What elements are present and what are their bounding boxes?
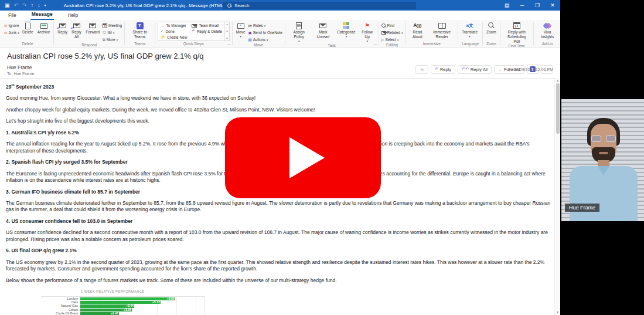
reply-delete-icon: ↶ xyxy=(192,29,195,33)
delete-button[interactable]: Delete xyxy=(21,21,35,35)
viva-insights-button[interactable]: Viva Insights xyxy=(536,21,558,40)
ribbon-group-move: Move▾ 🗁Rules▾ ▣Send to OneNote ▤Actions▾… xyxy=(233,20,284,47)
group-label-quick-steps: Quick Steps xyxy=(158,42,230,47)
group-label-editing: Editing xyxy=(381,43,403,48)
next-item-icon[interactable]: ↓ xyxy=(38,3,40,8)
immersive-reader-icon xyxy=(438,23,446,29)
junk-button[interactable]: ⊘Junk▾ xyxy=(4,29,19,36)
close-button[interactable]: ✕ xyxy=(545,0,560,11)
minimize-button[interactable]: ─ xyxy=(514,0,530,11)
ignore-button[interactable]: ⊘Ignore xyxy=(4,22,19,29)
quick-step-reply-delete[interactable]: ↶Reply & Delete xyxy=(192,29,222,33)
meeting-icon xyxy=(103,23,107,28)
video-play-button[interactable] xyxy=(225,117,381,198)
categorize-button[interactable]: Categorize▾ xyxy=(336,21,356,39)
chart-bar: +5.12 xyxy=(80,301,161,304)
send-to-onenote-button[interactable]: ▣Send to OneNote xyxy=(248,29,282,36)
restore-button[interactable]: ❐ xyxy=(530,0,545,11)
chart-bar: +6.05 xyxy=(80,297,175,300)
futures-performance-chart: 1 WEEK RELATIVE PERFORMANCE Lumber+6.05O… xyxy=(41,290,205,315)
meeting-button[interactable]: Meeting xyxy=(103,22,122,29)
categorize-icon xyxy=(343,22,349,29)
assign-policy-button[interactable]: Assign Policy▾ xyxy=(288,21,311,43)
quick-steps-scroll[interactable]: ▲▼▼ xyxy=(224,22,229,40)
redo-icon[interactable]: ↷ xyxy=(22,3,27,8)
scrollbar-thumb[interactable] xyxy=(556,83,560,134)
customize-toolbar-icon[interactable]: ▾ xyxy=(45,4,46,7)
recipient-name[interactable]: Hue Frame xyxy=(13,72,34,76)
message-date: Fri 29/09/2023 12:06 PM xyxy=(508,67,553,72)
reply-with-scheduling-poll-button[interactable]: Reply with Scheduling Poll xyxy=(503,21,531,44)
ribbon-display-options-icon[interactable]: ▤ xyxy=(499,0,514,11)
chart-rows: Lumber+6.05Oats+5.12Natural Gas+3.44Cott… xyxy=(41,297,205,315)
related-icon xyxy=(381,31,386,35)
reply-action-button[interactable]: ↶Reply xyxy=(431,65,455,74)
body-date-heading: 29th September 2023 xyxy=(6,83,552,90)
ribbon-divider xyxy=(379,22,379,45)
move-button[interactable]: Move▾ xyxy=(235,21,247,39)
actions-button[interactable]: ▤Actions▾ xyxy=(248,36,282,43)
done-check-icon: ✓ xyxy=(161,29,163,33)
quick-step-to-manager[interactable]: →To Manager xyxy=(161,23,187,28)
chart-bar: +3.44 xyxy=(80,304,134,307)
reply-arrow-icon: ↶ xyxy=(435,67,438,72)
archive-button[interactable]: Archive xyxy=(36,21,52,35)
team-email-icon xyxy=(192,24,197,28)
group-label-move: Move xyxy=(235,43,282,48)
body-paragraph: Good morning Hue, from sunny Gloucester.… xyxy=(6,95,552,101)
ribbon-divider xyxy=(232,22,233,45)
previous-item-icon[interactable]: ↑ xyxy=(31,3,34,8)
ribbon-group-find-time: Reply with Scheduling Poll Find Time xyxy=(501,20,533,47)
presenter-glasses xyxy=(591,136,616,143)
body-paragraph: Another choppy week for global equity ma… xyxy=(6,107,552,113)
vertical-scrollbar[interactable]: ▲ ▼ xyxy=(554,78,560,315)
ribbon-tabs: File Message Help xyxy=(0,11,560,20)
chart-bar: +3.28 xyxy=(80,309,132,311)
find-icon xyxy=(381,23,386,28)
dialog-launcher-icon[interactable]: ⌙ xyxy=(228,42,231,46)
ribbon-divider xyxy=(458,22,458,45)
follow-up-flag-icon: ⚑ xyxy=(364,23,370,29)
reply-button[interactable]: ↶Reply xyxy=(56,21,69,35)
rules-button[interactable]: 🗁Rules▾ xyxy=(248,22,282,29)
undo-icon[interactable]: ↶ xyxy=(14,3,19,8)
zoom-button[interactable]: Zoom xyxy=(485,21,498,35)
read-aloud-button[interactable]: A)))Read Aloud xyxy=(408,21,427,40)
reply-all-action-button[interactable]: ↶↶Reply All xyxy=(458,65,492,74)
dialog-launcher-icon[interactable]: ⌙ xyxy=(374,42,377,46)
tab-help[interactable]: Help xyxy=(67,11,79,20)
message-subject: Australian CPI rose 5.2% y/y, US final G… xyxy=(7,52,553,60)
recipient-line: To Hue Frame xyxy=(7,72,34,76)
more-respond-button[interactable]: ⧉More▾ xyxy=(103,36,122,43)
scroll-down-icon[interactable]: ▼ xyxy=(556,310,559,314)
presenter-name-tag: Hue Frame xyxy=(565,204,599,212)
quick-step-team-email[interactable]: Team Email xyxy=(192,23,222,28)
scroll-up-icon[interactable]: ▲ xyxy=(556,79,559,82)
immersive-reader-button[interactable]: Immersive Reader xyxy=(428,21,455,40)
search-input[interactable]: Search xyxy=(223,2,416,9)
save-icon[interactable]: ▣ xyxy=(5,3,10,8)
sender-name[interactable]: Hue Frame xyxy=(7,65,34,70)
share-to-teams-button[interactable]: TShare to Teams xyxy=(127,21,152,40)
tab-file[interactable]: File xyxy=(7,11,18,20)
im-button[interactable]: 🗨IM▾ xyxy=(103,29,122,36)
tab-message[interactable]: Message xyxy=(30,10,54,20)
emoji-reaction-button[interactable]: ☺ xyxy=(415,65,428,74)
mark-unread-button[interactable]: Mark Unread xyxy=(312,21,335,40)
presenter-mouth xyxy=(599,152,608,154)
screen: ▣ ↶ ↷ ↑ ↓ ▾ Australian CPI rose 5.2% y/y… xyxy=(0,0,644,315)
forward-button[interactable]: →Forward xyxy=(84,21,101,35)
translate-button[interactable]: a文Translate▾ xyxy=(461,21,479,39)
quick-step-done[interactable]: ✓Done xyxy=(161,29,187,33)
mark-unread-icon xyxy=(319,23,326,28)
quick-step-create-new[interactable]: ⚡Create New xyxy=(161,35,187,39)
reply-all-button[interactable]: ↶Reply All xyxy=(70,21,83,40)
select-button[interactable]: ▷Select▾ xyxy=(381,36,403,43)
find-button[interactable]: Find xyxy=(381,22,403,29)
follow-up-button[interactable]: ⚑Follow Up▾ xyxy=(359,21,376,43)
group-label-addin: Add-in xyxy=(536,42,558,47)
chart-bar: +2.47 xyxy=(80,312,119,315)
related-button[interactable]: Related▾ xyxy=(381,29,403,36)
body-paragraph-below: Below shows the performance of a range o… xyxy=(6,277,552,284)
ribbon-group-language: a文Translate▾ Language xyxy=(459,20,482,47)
